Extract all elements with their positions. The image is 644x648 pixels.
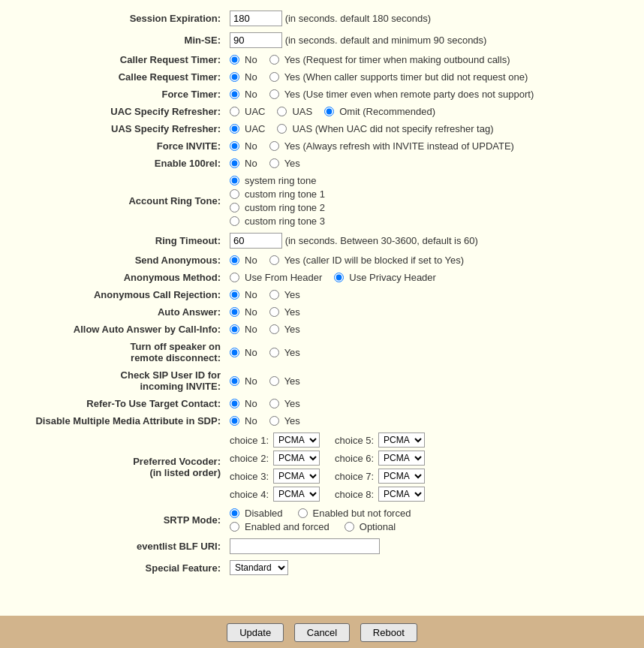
eventlist-blf-uri-input[interactable] xyxy=(230,538,380,554)
turn-off-speaker-yes-radio[interactable] xyxy=(269,348,279,357)
anonymous-call-rejection-yes-radio[interactable] xyxy=(269,290,279,300)
force-timer-no-radio[interactable] xyxy=(230,89,239,99)
callee-request-timer-no-radio[interactable] xyxy=(230,72,239,82)
choice5-select[interactable]: PCMAPCMUG722G729 xyxy=(378,433,425,448)
force-timer-yes-radio[interactable] xyxy=(269,89,279,99)
anonymous-call-rejection-yes-option[interactable]: Yes xyxy=(269,289,300,300)
ring-tone-custom1-radio[interactable] xyxy=(230,189,239,199)
disable-multiple-media-no-option[interactable]: No xyxy=(230,415,257,426)
callee-request-timer-yes-radio[interactable] xyxy=(269,72,279,82)
ring-tone-custom2-radio[interactable] xyxy=(230,203,239,212)
check-sip-user-id-yes-radio[interactable] xyxy=(269,376,279,386)
turn-off-speaker-no-radio[interactable] xyxy=(230,348,239,357)
min-se-input[interactable] xyxy=(230,32,282,48)
uac-refresher-omit-radio[interactable] xyxy=(324,107,334,116)
refer-to-no-radio[interactable] xyxy=(230,399,239,408)
refer-to-yes-radio[interactable] xyxy=(269,399,279,408)
send-anonymous-yes-radio[interactable] xyxy=(269,255,279,265)
choice7-select[interactable]: PCMAPCMUG722G729 xyxy=(378,469,425,484)
srtp-enabled-forced-option[interactable]: Enabled and forced xyxy=(230,521,330,532)
uac-refresher-uac-radio[interactable] xyxy=(230,107,239,116)
auto-answer-yes-radio[interactable] xyxy=(269,307,279,317)
caller-request-timer-yes-radio[interactable] xyxy=(269,55,279,65)
uas-specify-refresher-uas-option[interactable]: UAS (When UAC did not specify refresher … xyxy=(277,123,493,134)
uas-refresher-uas-radio[interactable] xyxy=(277,124,287,134)
disable-multiple-media-yes-option[interactable]: Yes xyxy=(269,415,300,426)
refer-to-no-option[interactable]: No xyxy=(230,398,257,409)
force-timer-yes-option[interactable]: Yes (Use timer even when remote party do… xyxy=(269,89,534,100)
update-button[interactable]: Update xyxy=(227,623,284,642)
uac-specify-refresher-value: UAC UAS Omit (Recommended) xyxy=(225,103,629,120)
check-sip-user-id-yes-option[interactable]: Yes xyxy=(269,375,300,387)
settings-form: Session Expiration: (in seconds. default… xyxy=(15,8,629,578)
ring-tone-custom1-option[interactable]: custom ring tone 1 xyxy=(230,188,624,200)
srtp-enabled-forced-radio[interactable] xyxy=(230,522,239,532)
allow-auto-answer-yes-radio[interactable] xyxy=(269,324,279,334)
choice6-select[interactable]: PCMAPCMUG722G729 xyxy=(378,451,425,466)
srtp-disabled-option[interactable]: Disabled xyxy=(230,508,283,519)
uac-specify-refresher-uas-option[interactable]: UAS xyxy=(277,106,312,117)
anonymous-call-rejection-no-option[interactable]: No xyxy=(230,289,257,300)
choice2-select[interactable]: PCMAPCMUG722G729 xyxy=(273,451,320,466)
callee-request-timer-no-option[interactable]: No xyxy=(230,71,257,83)
uac-specify-refresher-omit-option[interactable]: Omit (Recommended) xyxy=(324,106,435,117)
anonymous-method-from-option[interactable]: Use From Header xyxy=(230,272,322,283)
srtp-enabled-not-forced-option[interactable]: Enabled but not forced xyxy=(298,508,411,519)
disable-multiple-media-no-radio[interactable] xyxy=(230,416,239,426)
caller-request-timer-yes-option[interactable]: Yes (Request for timer when making outbo… xyxy=(269,54,510,65)
disable-multiple-media-yes-radio[interactable] xyxy=(269,416,279,426)
force-invite-yes-radio[interactable] xyxy=(269,141,279,151)
choice1-select[interactable]: PCMAPCMUG722G729 xyxy=(273,433,320,448)
allow-auto-answer-yes-option[interactable]: Yes xyxy=(269,324,300,335)
special-feature-select[interactable]: Standard Nortel Broadsoft xyxy=(230,560,288,575)
check-sip-user-id-no-radio[interactable] xyxy=(230,376,239,386)
force-timer-no-option[interactable]: No xyxy=(230,89,257,100)
allow-auto-answer-no-option[interactable]: No xyxy=(230,324,257,335)
send-anonymous-no-radio[interactable] xyxy=(230,255,239,265)
srtp-optional-radio[interactable] xyxy=(345,522,354,532)
uac-refresher-uas-radio[interactable] xyxy=(277,107,287,116)
force-invite-yes-option[interactable]: Yes (Always refresh with INVITE instead … xyxy=(269,140,514,152)
send-anonymous-yes-option[interactable]: Yes (caller ID will be blocked if set to… xyxy=(269,255,464,266)
cancel-button[interactable]: Cancel xyxy=(294,623,350,642)
ring-tone-custom3-option[interactable]: custom ring tone 3 xyxy=(230,215,624,227)
force-invite-no-option[interactable]: No xyxy=(230,140,257,152)
anonymous-method-privacy-radio[interactable] xyxy=(334,273,344,282)
auto-answer-no-radio[interactable] xyxy=(230,307,239,317)
caller-request-timer-no-radio[interactable] xyxy=(230,55,239,65)
srtp-disabled-radio[interactable] xyxy=(230,508,239,518)
refer-to-yes-option[interactable]: Yes xyxy=(269,398,300,409)
uac-specify-refresher-uac-option[interactable]: UAC xyxy=(230,106,265,117)
srtp-optional-option[interactable]: Optional xyxy=(345,521,396,532)
anonymous-method-from-radio[interactable] xyxy=(230,273,239,282)
uas-specify-refresher-uac-option[interactable]: UAC xyxy=(230,123,265,134)
choice8-select[interactable]: PCMAPCMUG722G729 xyxy=(378,487,425,502)
choice4-select[interactable]: PCMAPCMUG722G729 xyxy=(273,487,320,502)
srtp-enabled-not-forced-radio[interactable] xyxy=(298,508,308,518)
force-invite-no-radio[interactable] xyxy=(230,141,239,151)
enable-100rel-yes-radio[interactable] xyxy=(269,158,279,168)
ring-timeout-input[interactable] xyxy=(230,233,282,249)
auto-answer-yes-option[interactable]: Yes xyxy=(269,306,300,318)
check-sip-user-id-no-option[interactable]: No xyxy=(230,375,257,387)
session-expiration-input[interactable] xyxy=(230,11,282,26)
turn-off-speaker-no-option[interactable]: No xyxy=(230,347,257,358)
choice3-select[interactable]: PCMAPCMUG722G729 xyxy=(273,469,320,484)
ring-tone-custom2-option[interactable]: custom ring tone 2 xyxy=(230,202,624,213)
anonymous-call-rejection-no-radio[interactable] xyxy=(230,290,239,300)
enable-100rel-yes-option[interactable]: Yes xyxy=(269,158,300,169)
anonymous-method-privacy-option[interactable]: Use Privacy Header xyxy=(334,272,436,283)
ring-tone-custom3-radio[interactable] xyxy=(230,216,239,226)
caller-request-timer-no-option[interactable]: No xyxy=(230,54,257,65)
ring-tone-system-radio[interactable] xyxy=(230,176,239,185)
callee-request-timer-yes-option[interactable]: Yes (When caller supports timer but did … xyxy=(269,71,528,83)
turn-off-speaker-yes-option[interactable]: Yes xyxy=(269,347,300,358)
enable-100rel-no-radio[interactable] xyxy=(230,158,239,168)
auto-answer-no-option[interactable]: No xyxy=(230,306,257,318)
send-anonymous-no-option[interactable]: No xyxy=(230,255,257,266)
ring-tone-system-option[interactable]: system ring tone xyxy=(230,175,624,186)
enable-100rel-no-option[interactable]: No xyxy=(230,158,257,169)
allow-auto-answer-no-radio[interactable] xyxy=(230,324,239,334)
uas-refresher-uac-radio[interactable] xyxy=(230,124,239,134)
reboot-button[interactable]: Reboot xyxy=(360,623,417,642)
